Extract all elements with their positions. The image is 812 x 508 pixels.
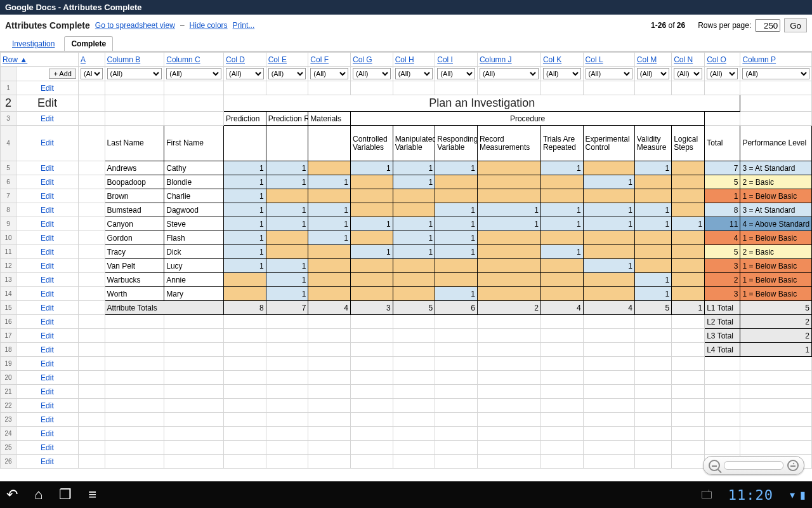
go-button[interactable]: Go — [784, 18, 807, 32]
edit-link[interactable]: Edit — [16, 245, 78, 259]
filter-m[interactable]: (All) — [637, 68, 669, 79]
filter-l[interactable]: (All) — [586, 68, 632, 79]
edit-link[interactable]: Edit — [16, 95, 78, 112]
edit-link[interactable]: Edit — [16, 273, 78, 287]
filter-k[interactable]: (All) — [543, 68, 581, 79]
edit-link[interactable]: Edit — [16, 441, 78, 455]
filter-f[interactable]: (All) — [310, 68, 348, 79]
row-number: 7 — [1, 189, 16, 203]
filter-b[interactable]: (All) — [107, 68, 162, 79]
edit-link[interactable]: Edit — [16, 81, 78, 95]
col-j[interactable]: Column J — [477, 53, 540, 67]
doc-toolbar: Attributes Complete Go to spreadsheet vi… — [0, 15, 812, 34]
edit-link[interactable]: Edit — [16, 175, 78, 189]
col-f[interactable]: Col F — [308, 53, 351, 67]
table-row: 5EditAndrewsCathy111111173 = At Standard — [1, 161, 812, 175]
edit-link[interactable]: Edit — [16, 287, 78, 301]
col-e[interactable]: Col E — [266, 53, 308, 67]
row-number: 21 — [1, 385, 16, 399]
edit-link[interactable]: Edit — [16, 455, 78, 469]
rows-per-page-label: Rows per page: — [698, 21, 751, 30]
edit-link[interactable]: Edit — [16, 343, 78, 357]
edit-link[interactable]: Edit — [16, 329, 78, 343]
table-row: 8EditBumsteadDagwood1111111183 = At Stan… — [1, 203, 812, 217]
row-number: 22 — [1, 399, 16, 413]
col-p[interactable]: Column P — [740, 53, 812, 67]
zoom-control[interactable] — [703, 456, 804, 475]
table-row: 10EditGordonFlash111141 = Below Basic — [1, 231, 812, 245]
row-number: 13 — [1, 273, 16, 287]
add-button[interactable]: + Add — [49, 69, 75, 79]
edit-link[interactable]: Edit — [16, 413, 78, 427]
tab-complete[interactable]: Complete — [64, 36, 113, 51]
back-icon[interactable]: ↶ — [6, 486, 18, 503]
edit-link[interactable]: Edit — [16, 259, 78, 273]
col-l[interactable]: Col L — [583, 53, 634, 67]
window-title: Google Docs - Attributes Complete — [5, 3, 141, 12]
filter-n[interactable]: (All) — [674, 68, 702, 79]
filter-o[interactable]: (All) — [707, 68, 738, 79]
row-number: 6 — [1, 175, 16, 189]
filter-e[interactable]: (All) — [268, 68, 306, 79]
sheet-tabs: Investigation Complete — [0, 36, 812, 51]
row-number: 1 — [1, 81, 16, 95]
row-number: 15 — [1, 301, 16, 315]
table-row: 9EditCanyonSteve11111111111114 = Above S… — [1, 217, 812, 231]
filter-h[interactable]: (All) — [395, 68, 433, 79]
filter-g[interactable]: (All) — [353, 68, 391, 79]
col-c[interactable]: Column C — [164, 53, 224, 67]
spreadsheet-view-link[interactable]: Go to spreadsheet view — [95, 21, 175, 30]
row-number: 24 — [1, 427, 16, 441]
edit-link[interactable]: Edit — [16, 217, 78, 231]
edit-link[interactable]: Edit — [16, 126, 78, 161]
edit-link[interactable]: Edit — [16, 357, 78, 371]
edit-link[interactable]: Edit — [16, 315, 78, 329]
col-n[interactable]: Col N — [672, 53, 705, 67]
android-system-bar: ↶ ⌂ ❐ ≡ 11:20 ▾ ▮ — [0, 481, 812, 508]
clock: 11:20 — [728, 487, 773, 503]
tab-investigation[interactable]: Investigation — [5, 36, 62, 51]
table-row: 14EditWorthMary11131 = Below Basic — [1, 287, 812, 301]
home-icon[interactable]: ⌂ — [34, 486, 43, 503]
col-row[interactable]: Row ▲ — [1, 53, 79, 67]
wifi-icon: ▾ — [790, 489, 795, 501]
filter-i[interactable]: (All) — [437, 68, 475, 79]
filter-p[interactable]: (All) — [742, 68, 809, 79]
rows-per-page-input[interactable] — [755, 19, 780, 32]
hide-colors-link[interactable]: Hide colors — [190, 21, 228, 30]
row-number: 11 — [1, 245, 16, 259]
page-range: 1-26 of 26 — [651, 21, 685, 30]
edit-link[interactable]: Edit — [16, 385, 78, 399]
table-row: 12EditVan PeltLucy11131 = Below Basic — [1, 259, 812, 273]
edit-link[interactable]: Edit — [16, 203, 78, 217]
menu-icon[interactable]: ≡ — [88, 486, 96, 503]
filter-j[interactable]: (All) — [480, 68, 539, 79]
edit-link[interactable]: Edit — [16, 371, 78, 385]
edit-link[interactable]: Edit — [16, 301, 78, 315]
col-m[interactable]: Col M — [634, 53, 671, 67]
filter-d[interactable]: (All) — [226, 68, 264, 79]
col-b[interactable]: Column B — [105, 53, 164, 67]
table-row: 13EditWarbucksAnnie1121 = Below Basic — [1, 273, 812, 287]
zoom-in-icon[interactable] — [787, 460, 799, 471]
col-d[interactable]: Col D — [224, 53, 266, 67]
col-i[interactable]: Col I — [435, 53, 478, 67]
edit-link[interactable]: Edit — [16, 427, 78, 441]
edit-link[interactable]: Edit — [16, 161, 78, 175]
print-link[interactable]: Print... — [233, 21, 255, 30]
edit-link[interactable]: Edit — [16, 399, 78, 413]
zoom-slider[interactable] — [724, 461, 783, 470]
col-h[interactable]: Col H — [393, 53, 435, 67]
col-k[interactable]: Col K — [540, 53, 583, 67]
edit-link[interactable]: Edit — [16, 112, 78, 126]
filter-a[interactable]: (All) — [81, 68, 103, 79]
row-number: 19 — [1, 357, 16, 371]
filter-c[interactable]: (All) — [166, 68, 221, 79]
zoom-out-icon[interactable] — [709, 460, 720, 471]
col-g[interactable]: Col G — [350, 53, 393, 67]
edit-link[interactable]: Edit — [16, 231, 78, 245]
recent-apps-icon[interactable]: ❐ — [59, 486, 72, 503]
col-a[interactable]: A — [78, 53, 105, 67]
edit-link[interactable]: Edit — [16, 189, 78, 203]
col-o[interactable]: Col O — [705, 53, 740, 67]
